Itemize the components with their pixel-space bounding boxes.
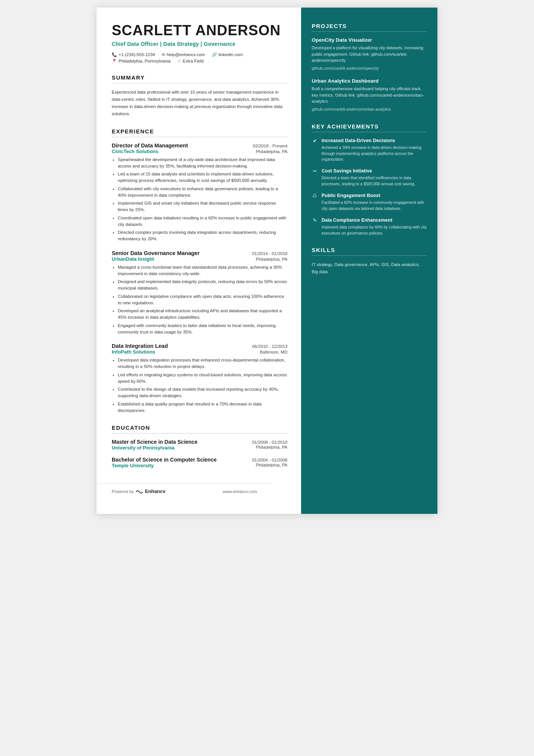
bullet-item: Collaborated on legislative compliance w… <box>118 293 287 307</box>
job-item: Senior Data Governance Manager 01/2014 -… <box>112 250 287 336</box>
job-company-row: InfoPath Solutions Baltimore, MD <box>112 349 287 355</box>
checkmark-icon: ✔ <box>312 138 318 144</box>
edu-header: Bachelor of Science in Computer Science … <box>112 457 287 463</box>
edu-degree: Master of Science in Data Science <box>112 439 197 445</box>
scissors-icon: ✂ <box>312 168 318 174</box>
achievement-content: Data Compliance Enhancement Improved dat… <box>322 217 427 236</box>
education-divider <box>112 433 287 434</box>
candidate-name: SCARLETT ANDERSON <box>112 23 287 39</box>
bullet-item: Spearheaded the development of a city-wi… <box>118 157 287 170</box>
job-location: Philadelphia, PA <box>256 257 287 261</box>
contact-phone: 📞 +1-(234)-555-1234 <box>112 52 155 57</box>
job-dates: 02/2018 - Present <box>253 144 287 148</box>
education-section: EDUCATION Master of Science in Data Scie… <box>112 424 287 468</box>
job-item: Data Integration Lead 06/2010 - 12/2013 … <box>112 343 287 414</box>
job-bullets: Managed a cross-functional team that sta… <box>112 264 287 336</box>
job-title: Senior Data Governance Manager <box>112 250 200 256</box>
job-header: Director of Data Management 02/2018 - Pr… <box>112 142 287 149</box>
projects-section: PROJECTS OpenCity Data Visualizer Develo… <box>312 23 427 113</box>
bullet-item: Led a team of 15 data analysts and scien… <box>118 171 287 184</box>
project-desc: Built a comprehensive dashboard helping … <box>312 86 427 105</box>
projects-title: PROJECTS <box>312 23 427 29</box>
job-title: Director of Data Management <box>112 142 188 149</box>
linkedin-icon: 🔗 <box>212 52 217 57</box>
summary-title: SUMMARY <box>112 74 287 81</box>
experience-section: EXPERIENCE Director of Data Management 0… <box>112 128 287 414</box>
edu-institution-row: Temple University Philadelphia, PA <box>112 463 287 468</box>
bullet-item: Led efforts in migrating legacy systems … <box>118 372 287 385</box>
achievement-content: Cost Savings Initiative Directed a team … <box>322 168 427 187</box>
bullet-item: Established a data quality program that … <box>118 401 287 414</box>
job-bullets: Spearheaded the development of a city-wi… <box>112 157 287 243</box>
location-row: 📍 Philadelphia, Pennsylvania ☆ Extra Fie… <box>112 59 287 64</box>
job-company: UrbanData Insight <box>112 256 154 262</box>
email-icon: ✉ <box>162 52 165 57</box>
job-location: Baltimore, MD <box>260 350 287 354</box>
achievement-title: Increased Data-Driven Decisions <box>322 138 427 144</box>
achievement-desc: Improved data compliance by 40% by colla… <box>322 224 427 236</box>
achievement-title: Public Engagement Boost <box>322 193 427 199</box>
extra-field: ☆ Extra Field <box>177 59 203 64</box>
project-link: github.com/scarlett-anderson/opencity <box>312 65 427 72</box>
achievement-item: ✂ Cost Savings Initiative Directed a tea… <box>312 168 427 187</box>
phone-icon: 📞 <box>112 52 117 57</box>
achievement-item: ♺ Public Engagement Boost Facilitated a … <box>312 193 427 212</box>
achievements-divider <box>312 132 427 132</box>
achievements-title: KEY ACHIEVEMENTS <box>312 123 427 130</box>
project-name: OpenCity Data Visualizer <box>312 37 427 43</box>
job-company-row: CivicTech Solutions Philadelphia, PA <box>112 149 287 154</box>
footer: Powered by Enhancv www.enhancv.com <box>97 484 272 499</box>
star-icon: ☆ <box>177 59 181 64</box>
job-dates: 01/2014 - 01/2018 <box>252 251 287 256</box>
achievement-title: Data Compliance Enhancement <box>322 217 427 223</box>
bullet-item: Developed data integration processes tha… <box>118 357 287 370</box>
achievement-content: Increased Data-Driven Decisions Achieved… <box>322 138 427 163</box>
summary-divider <box>112 83 287 83</box>
contact-email: ✉ help@enhancv.com <box>162 52 205 57</box>
edu-dates: 01/2004 - 01/2008 <box>252 458 287 462</box>
contact-info: 📞 +1-(234)-555-1234 ✉ help@enhancv.com 🔗… <box>112 52 287 57</box>
edu-degree: Bachelor of Science in Computer Science <box>112 457 217 463</box>
achievement-content: Public Engagement Boost Facilitated a 60… <box>322 193 427 212</box>
skills-section: SKILLS IT strategy, Data governance, API… <box>312 247 427 275</box>
edu-location: Philadelphia, PA <box>256 445 287 451</box>
edu-location: Philadelphia, PA <box>256 463 287 468</box>
achievement-desc: Facilitated a 60% increase in community … <box>322 200 427 212</box>
job-bullets: Developed data integration processes tha… <box>112 357 287 414</box>
bullet-item: Collaborated with city executives to enh… <box>118 186 287 199</box>
achievement-desc: Directed a team that identified ineffici… <box>322 175 427 187</box>
education-title: EDUCATION <box>112 424 287 431</box>
project-name: Urban Analytics Dashboard <box>312 78 427 84</box>
bullet-item: Implemented GIS and smart city initiativ… <box>118 200 287 213</box>
achievement-item: ✔ Increased Data-Driven Decisions Achiev… <box>312 138 427 163</box>
education-item: Bachelor of Science in Computer Science … <box>112 457 287 468</box>
project-link: github.com/scarlett-anderson/urban-analy… <box>312 106 427 113</box>
left-column: SCARLETT ANDERSON Chief Data Officer | D… <box>97 8 301 514</box>
header: SCARLETT ANDERSON Chief Data Officer | D… <box>112 23 287 64</box>
job-item: Director of Data Management 02/2018 - Pr… <box>112 142 287 243</box>
location-icon: 📍 <box>112 59 117 64</box>
edu-institution-row: University of Pennsylvania Philadelphia,… <box>112 445 287 451</box>
achievements-section: KEY ACHIEVEMENTS ✔ Increased Data-Driven… <box>312 123 427 236</box>
job-company: CivicTech Solutions <box>112 149 158 154</box>
job-location: Philadelphia, PA <box>256 149 287 154</box>
footer-url: www.enhancv.com <box>223 489 257 494</box>
summary-section: SUMMARY Experienced data professional wi… <box>112 74 287 117</box>
achievement-title: Cost Savings Initiative <box>322 168 427 174</box>
edu-institution: University of Pennsylvania <box>112 445 174 451</box>
project-item: Urban Analytics Dashboard Built a compre… <box>312 78 427 112</box>
bullet-item: Directed complex projects involving data… <box>118 229 287 243</box>
job-title: Data Integration Lead <box>112 343 168 349</box>
edu-dates: 01/2008 - 01/2010 <box>252 440 287 445</box>
skills-divider <box>312 255 427 256</box>
skills-title: SKILLS <box>312 247 427 253</box>
skills-text: IT strategy, Data governance, APIs, GIS,… <box>312 261 427 275</box>
location-item: 📍 Philadelphia, Pennsylvania <box>112 59 170 64</box>
projects-divider <box>312 31 427 32</box>
education-item: Master of Science in Data Science 01/200… <box>112 439 287 451</box>
achievement-item: ✎ Data Compliance Enhancement Improved d… <box>312 217 427 236</box>
experience-title: EXPERIENCE <box>112 128 287 135</box>
pencil-icon: ✎ <box>312 218 318 223</box>
experience-divider <box>112 137 287 137</box>
bullet-item: Coordinated open data initiatives result… <box>118 215 287 228</box>
